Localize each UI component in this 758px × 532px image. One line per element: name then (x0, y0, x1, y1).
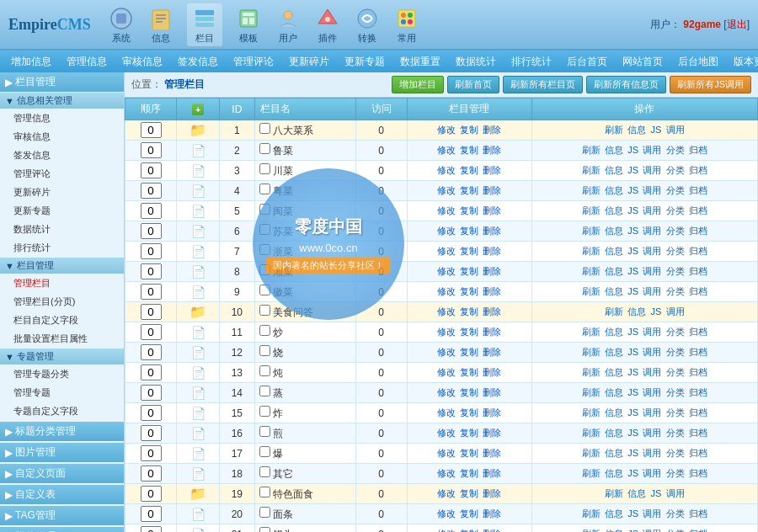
raction-JS[interactable]: JS (627, 286, 638, 296)
raction-刷新[interactable]: 刷新 (582, 145, 601, 155)
nav-system[interactable]: 系统 (108, 5, 135, 45)
raction-调用[interactable]: 调用 (643, 468, 661, 478)
row-checkbox[interactable] (259, 305, 270, 316)
row-checkbox[interactable] (259, 264, 270, 275)
raction-信息[interactable]: 信息 (605, 165, 623, 175)
raction-刷新[interactable]: 刷新 (582, 246, 601, 256)
sidebar-column-mgmt-header[interactable]: ▶ 栏目管理 (0, 72, 124, 92)
row-checkbox[interactable] (259, 426, 270, 437)
action-复制[interactable]: 复制 (460, 347, 478, 357)
action-复制[interactable]: 复制 (460, 226, 478, 236)
action-修改[interactable]: 修改 (437, 205, 456, 215)
action-复制[interactable]: 复制 (460, 529, 478, 532)
nav-info[interactable]: 信息 (147, 5, 174, 45)
order-input[interactable] (141, 506, 162, 522)
raction-分类[interactable]: 分类 (666, 185, 685, 195)
raction-信息[interactable]: 信息 (605, 205, 623, 215)
action-删除[interactable]: 删除 (483, 347, 501, 357)
raction-信息[interactable]: 信息 (605, 529, 623, 532)
row-checkbox[interactable] (259, 224, 270, 235)
raction-刷新[interactable]: 刷新 (582, 468, 601, 478)
raction-信息[interactable]: 信息 (605, 185, 623, 195)
raction-调用[interactable]: 调用 (643, 529, 661, 532)
sidebar-tag-mgmt[interactable]: ▶ TAG管理 (0, 506, 124, 525)
row-checkbox[interactable] (259, 325, 270, 336)
sidebar-rank-stats[interactable]: 排行统计 (0, 238, 124, 257)
raction-JS[interactable]: JS (627, 367, 638, 377)
nav-user[interactable]: 用户 (275, 5, 302, 45)
raction-信息[interactable]: 信息 (605, 468, 623, 478)
order-input[interactable] (141, 425, 162, 441)
raction-归档[interactable]: 归档 (689, 347, 707, 357)
raction-信息[interactable]: 信息 (605, 266, 623, 276)
order-input[interactable] (141, 385, 162, 401)
sidebar-manage-topic[interactable]: 管理专题 (0, 383, 124, 402)
add-row-btn[interactable]: + (192, 104, 204, 115)
sidebar-custom-page[interactable]: ▶ 自定义页面 (0, 464, 124, 483)
order-input[interactable] (141, 405, 162, 421)
raction-JS[interactable]: JS (627, 165, 638, 175)
raction-信息[interactable]: 信息 (605, 448, 623, 458)
logout-link[interactable]: 退出 (727, 19, 747, 30)
raction-调用[interactable]: 调用 (643, 387, 661, 397)
raction-归档[interactable]: 归档 (689, 407, 707, 418)
topnav-publish-info[interactable]: 签发信息 (171, 53, 225, 71)
raction-刷新[interactable]: 刷新 (582, 205, 601, 215)
order-input[interactable] (141, 466, 162, 481)
raction-调用[interactable]: 调用 (666, 488, 685, 498)
action-复制[interactable]: 复制 (460, 266, 478, 276)
sidebar-image-mgmt[interactable]: ▶ 图片管理 (0, 443, 124, 462)
action-修改[interactable]: 修改 (437, 266, 456, 276)
order-input[interactable] (141, 263, 162, 279)
action-修改[interactable]: 修改 (437, 428, 456, 438)
nav-common[interactable]: 常用 (393, 5, 420, 45)
topnav-data-stats[interactable]: 数据统计 (449, 53, 503, 71)
raction-信息[interactable]: 信息 (605, 387, 623, 397)
action-复制[interactable]: 复制 (460, 185, 478, 195)
order-input[interactable] (141, 344, 162, 360)
raction-归档[interactable]: 归档 (689, 226, 707, 236)
raction-分类[interactable]: 分类 (666, 226, 685, 236)
sidebar-update-topic[interactable]: 更新专题 (0, 201, 124, 220)
raction-调用[interactable]: 调用 (643, 448, 661, 458)
raction-刷新[interactable]: 刷新 (582, 327, 601, 337)
action-删除[interactable]: 删除 (483, 306, 501, 317)
action-修改[interactable]: 修改 (437, 508, 456, 519)
row-checkbox[interactable] (259, 446, 270, 457)
topnav-update-snippet[interactable]: 更新碎片 (282, 53, 336, 71)
raction-刷新[interactable]: 刷新 (582, 165, 601, 175)
sidebar-manage-column-paged[interactable]: 管理栏目(分页) (0, 292, 124, 311)
raction-归档[interactable]: 归档 (689, 367, 707, 377)
raction-分类[interactable]: 分类 (666, 286, 685, 296)
raction-刷新[interactable]: 刷新 (582, 387, 601, 397)
nav-template[interactable]: 模板 (235, 5, 262, 45)
raction-信息[interactable]: 信息 (605, 347, 623, 357)
raction-归档[interactable]: 归档 (689, 428, 707, 438)
action-复制[interactable]: 复制 (460, 306, 478, 317)
raction-JS[interactable]: JS (627, 205, 638, 215)
raction-JS[interactable]: JS (627, 448, 638, 458)
order-input[interactable] (141, 364, 162, 380)
order-input[interactable] (141, 203, 162, 219)
raction-归档[interactable]: 归档 (689, 468, 707, 478)
raction-刷新[interactable]: 刷新 (582, 508, 601, 519)
raction-分类[interactable]: 分类 (666, 145, 685, 155)
raction-信息[interactable]: 信息 (605, 428, 623, 438)
raction-分类[interactable]: 分类 (666, 448, 685, 458)
raction-刷新[interactable]: 刷新 (582, 428, 601, 438)
action-复制[interactable]: 复制 (460, 367, 478, 377)
order-input[interactable] (141, 445, 162, 461)
raction-分类[interactable]: 分类 (666, 327, 685, 337)
action-修改[interactable]: 修改 (437, 488, 456, 498)
row-checkbox[interactable] (259, 123, 270, 134)
raction-信息[interactable]: 信息 (605, 286, 623, 296)
order-input[interactable] (141, 183, 162, 199)
raction-JS[interactable]: JS (651, 306, 662, 317)
raction-归档[interactable]: 归档 (689, 327, 707, 337)
row-checkbox[interactable] (259, 386, 270, 396)
action-修改[interactable]: 修改 (437, 125, 456, 135)
raction-信息[interactable]: 信息 (605, 327, 623, 337)
topnav-manage-info[interactable]: 管理信息 (60, 53, 114, 71)
topnav-backend-home[interactable]: 后台首页 (560, 53, 614, 71)
sidebar-title-cat-mgmt[interactable]: ▶ 标题分类管理 (0, 422, 124, 441)
